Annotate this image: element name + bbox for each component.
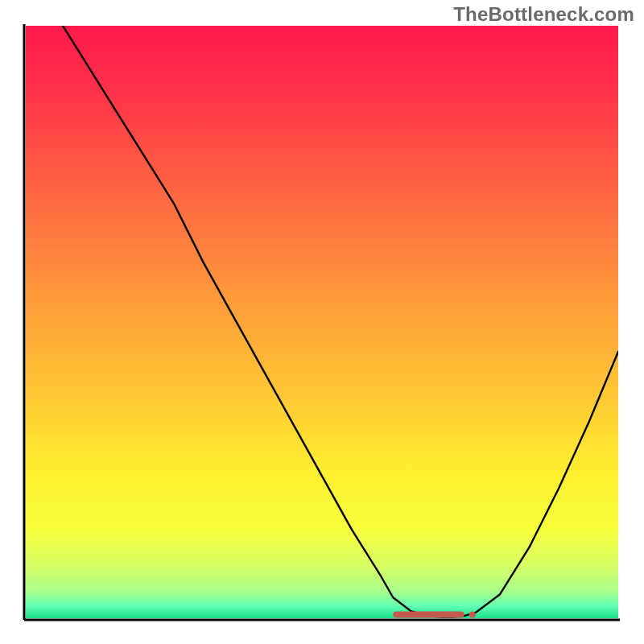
chart-frame: TheBottleneck.com [0,0,644,644]
gradient-background [26,26,618,618]
svg-rect-2 [393,612,464,618]
svg-point-3 [469,612,476,618]
plot-svg [26,26,618,618]
min-marker [393,612,475,618]
watermark-text: TheBottleneck.com [453,3,634,26]
plot-area [26,26,618,618]
